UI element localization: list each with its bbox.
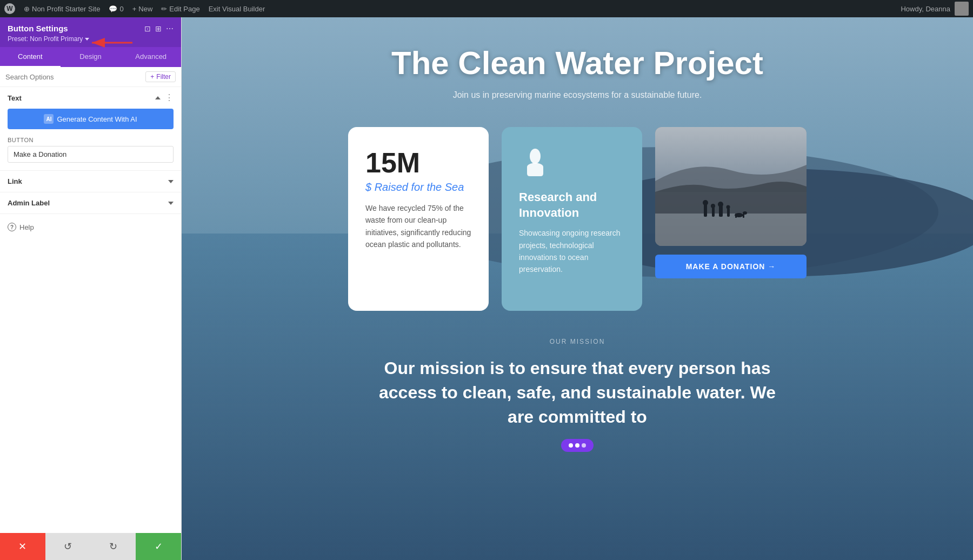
generate-ai-button[interactable]: AI Generate Content With AI xyxy=(8,109,174,129)
comments-item[interactable]: 💬 0 xyxy=(109,5,123,13)
loading-dots xyxy=(561,439,594,452)
redo-button[interactable]: ↻ xyxy=(91,533,136,560)
dot-2 xyxy=(575,443,579,448)
admin-label-section[interactable]: Admin Label xyxy=(0,192,181,214)
exit-builder-item[interactable]: Exit Visual Builder xyxy=(209,5,265,13)
button-field-label: Button xyxy=(8,137,174,143)
copy-icon[interactable]: ⊡ xyxy=(144,24,151,33)
filter-button[interactable]: + Filter xyxy=(145,71,176,82)
main-layout: Button Settings ⊡ ⊞ ⋯ Preset: Non Profit… xyxy=(0,17,973,560)
coastal-scene-image xyxy=(655,127,807,246)
text-chevron-up-icon xyxy=(155,96,161,99)
edit-page-label: Edit Page xyxy=(169,5,199,13)
cards-row: 15M $ Raised for the Sea We have recycle… xyxy=(182,127,973,311)
admin-bar-right: Howdy, Deanna xyxy=(901,2,969,16)
search-options-input[interactable] xyxy=(5,73,142,81)
edit-page-item[interactable]: ✏ Edit Page xyxy=(161,5,199,13)
donate-button-label: MAKE A DONATION → xyxy=(686,262,776,271)
research-card-title: Research and Innovation xyxy=(519,190,625,221)
svg-point-6 xyxy=(530,149,541,164)
svg-rect-11 xyxy=(712,207,715,217)
page-title: The Clean Water Project xyxy=(391,44,763,82)
link-section-title: Link xyxy=(8,177,22,185)
research-card: Research and Innovation Showcasing ongoi… xyxy=(502,127,642,311)
content-area: The Clean Water Project Join us in prese… xyxy=(182,17,973,560)
svg-point-14 xyxy=(718,202,723,207)
panel-search: + Filter xyxy=(0,67,181,87)
stat-label: $ Raised for the Sea xyxy=(365,181,471,194)
mission-text: Our mission is to ensure that every pers… xyxy=(372,356,783,429)
text-section-icons: ⋮ xyxy=(155,94,174,102)
comment-icon: 💬 xyxy=(109,5,117,13)
mission-label: OUR MISSION xyxy=(372,338,783,345)
dot-1 xyxy=(569,443,573,448)
new-label: New xyxy=(138,5,152,13)
mission-section: OUR MISSION Our mission is to ensure tha… xyxy=(350,311,804,439)
dots-container xyxy=(561,439,594,452)
help-icon: ? xyxy=(8,223,16,231)
left-panel: Button Settings ⊡ ⊞ ⋯ Preset: Non Profit… xyxy=(0,17,182,560)
ai-button-label: Generate Content With AI xyxy=(57,115,137,123)
dot-3 xyxy=(582,443,586,448)
panel-header: Button Settings ⊡ ⊞ ⋯ Preset: Non Profit… xyxy=(0,17,181,47)
admin-bar: W ⊕ Non Profit Starter Site 💬 0 + New ✏ … xyxy=(0,0,973,17)
svg-point-10 xyxy=(703,200,708,205)
card-image xyxy=(655,127,807,246)
red-arrow-indicator xyxy=(86,35,135,53)
link-section[interactable]: Link xyxy=(0,171,181,192)
panel-header-icons: ⊡ ⊞ ⋯ xyxy=(144,24,174,33)
svg-rect-13 xyxy=(719,205,723,217)
pencil-icon: ✏ xyxy=(161,5,167,13)
svg-point-12 xyxy=(711,204,715,208)
layout-icon[interactable]: ⊞ xyxy=(155,24,162,33)
site-name-item[interactable]: ⊕ Non Profit Starter Site xyxy=(24,5,100,13)
page-content: The Clean Water Project Join us in prese… xyxy=(182,17,973,439)
text-section-body: AI Generate Content With AI Button xyxy=(0,109,181,170)
svg-point-16 xyxy=(727,205,730,209)
plus-icon: + xyxy=(132,5,137,13)
stats-card: 15M $ Raised for the Sea We have recycle… xyxy=(348,127,489,311)
svg-point-20 xyxy=(743,211,747,215)
donate-button[interactable]: MAKE A DONATION → xyxy=(655,255,807,278)
help-row[interactable]: ? Help xyxy=(0,214,181,240)
filter-label: Filter xyxy=(156,73,171,81)
ai-icon: AI xyxy=(44,114,54,124)
exit-builder-label: Exit Visual Builder xyxy=(209,5,265,13)
howdy-text: Howdy, Deanna xyxy=(901,5,950,13)
dots-menu-icon[interactable]: ⋯ xyxy=(166,24,174,33)
save-button[interactable]: ✓ xyxy=(136,533,181,560)
svg-rect-18 xyxy=(735,214,737,218)
admin-label-section-title: Admin Label xyxy=(8,199,50,207)
card-text: We have recycled 75% of the waste from o… xyxy=(365,202,471,251)
undo-button[interactable]: ↺ xyxy=(45,533,91,560)
panel-header-top: Button Settings ⊡ ⊞ ⋯ xyxy=(8,24,174,33)
plus-filter-icon: + xyxy=(150,73,154,81)
new-item[interactable]: + New xyxy=(132,5,153,13)
panel-content: Text ⋮ AI Generate Content With AI Butto… xyxy=(0,87,181,560)
research-card-text: Showcasing ongoing research projects, te… xyxy=(519,227,625,276)
text-dots-icon[interactable]: ⋮ xyxy=(165,94,174,102)
wp-logo-item[interactable]: W xyxy=(4,3,15,14)
text-section: Text ⋮ AI Generate Content With AI Butto… xyxy=(0,87,181,171)
cancel-button[interactable]: ✕ xyxy=(0,533,45,560)
button-text-input[interactable] xyxy=(8,146,174,163)
admin-label-chevron-down-icon xyxy=(168,202,174,205)
svg-rect-9 xyxy=(704,204,707,217)
bottom-bar: ✕ ↺ ↻ ✓ xyxy=(0,533,181,560)
text-section-header[interactable]: Text ⋮ xyxy=(0,87,181,109)
help-label: Help xyxy=(19,223,34,231)
panel-title: Button Settings xyxy=(8,24,68,33)
site-name: Non Profit Starter Site xyxy=(32,5,100,13)
tab-content[interactable]: Content xyxy=(0,47,61,67)
page-subtitle: Join us in preserving marine ecosystems … xyxy=(453,90,702,100)
button-field-group: Button xyxy=(8,137,174,163)
text-section-title: Text xyxy=(8,94,22,102)
donate-card: MAKE A DONATION → xyxy=(655,127,807,278)
wp-logo: W xyxy=(4,3,15,14)
svg-rect-8 xyxy=(655,214,807,246)
avatar[interactable] xyxy=(955,2,969,16)
svg-rect-15 xyxy=(727,208,730,217)
comments-count: 0 xyxy=(119,5,123,13)
water-drop-hand-icon xyxy=(519,146,551,179)
big-number: 15M xyxy=(365,146,471,179)
